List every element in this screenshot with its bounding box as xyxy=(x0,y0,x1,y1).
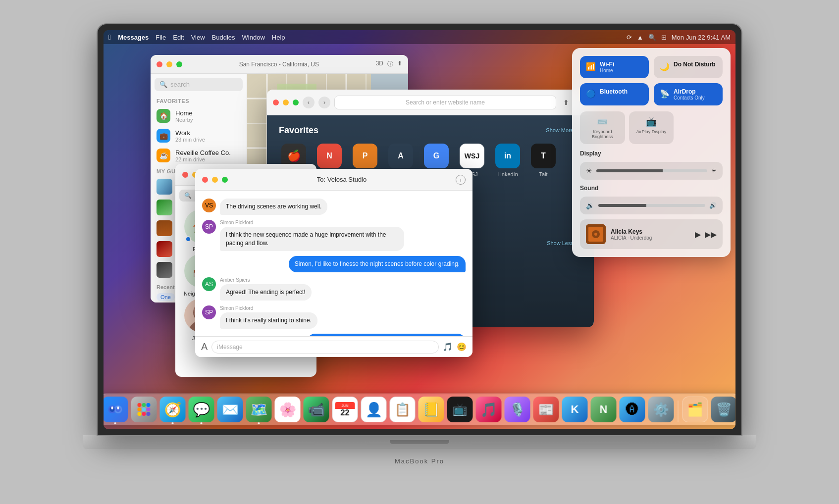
dock-finder[interactable] xyxy=(104,397,128,422)
cc-play-btn[interactable]: ▶ xyxy=(695,230,701,239)
dock-mail[interactable]: ✉️ xyxy=(217,397,243,422)
messages-audio-btn[interactable]: 🎵 xyxy=(443,342,453,352)
maps-coffee-item[interactable]: ☕ Reveille Coffee Co. 22 min drive xyxy=(151,146,247,165)
dock-facetime[interactable]: 📹 xyxy=(304,397,329,422)
dock-calendar[interactable]: JUN 22 xyxy=(332,397,358,422)
maps-recent-one[interactable]: One xyxy=(157,293,175,301)
dock-keynote[interactable]: K xyxy=(562,397,588,422)
maps-info-btn[interactable]: ⓘ xyxy=(387,60,393,68)
keynote-icon: K xyxy=(571,403,579,416)
msg-avatar-5: SP xyxy=(202,305,216,319)
cc-wifi-tile[interactable]: 📶 Wi-Fi Home xyxy=(580,56,649,78)
wifi-menubar-icon[interactable]: ⟳ xyxy=(627,34,632,41)
calendar-icon-content: JUN 22 xyxy=(335,402,355,417)
cc-dnd-tile[interactable]: 🌙 Do Not Disturb xyxy=(654,56,723,78)
dock-photos[interactable]: 🌸 xyxy=(275,397,301,422)
maps-3d-btn[interactable]: 3D xyxy=(376,60,383,68)
maps-search-bar[interactable]: 🔍 search xyxy=(155,78,243,91)
apple-menu[interactable]:  xyxy=(108,33,111,41)
messages-apps-btn[interactable]: A xyxy=(201,341,208,353)
maximize-button[interactable] xyxy=(176,61,182,67)
dock-appletv[interactable]: 📺 xyxy=(447,397,473,422)
maps-share-btn[interactable]: ⬆ xyxy=(397,60,402,68)
macbook-base xyxy=(83,435,756,449)
menubar-app-name[interactable]: Messages xyxy=(118,34,149,41)
dock-desktop-folder[interactable]: 🗂️ xyxy=(682,397,708,422)
cc-display-slider-row[interactable]: ☀ ☀ xyxy=(580,162,723,180)
cc-np-song: Underdog xyxy=(630,235,652,241)
wifi-signal-icon[interactable]: ▲ xyxy=(637,34,643,41)
cc-keyboard-brightness-tile[interactable]: ⌨️ Keyboard Brightness xyxy=(580,111,625,144)
menubar-window[interactable]: Window xyxy=(242,34,265,41)
minimize-button[interactable] xyxy=(166,61,172,67)
svg-point-51 xyxy=(147,407,151,411)
messages-minimize-btn[interactable] xyxy=(212,177,218,183)
close-button[interactable] xyxy=(157,61,162,67)
safari-minimize-btn[interactable] xyxy=(283,100,289,105)
cc-next-btn[interactable]: ▶▶ xyxy=(705,230,717,239)
dock-launchpad[interactable] xyxy=(131,397,157,422)
dock-messages[interactable]: 💬 xyxy=(189,397,214,422)
search-menubar-icon[interactable]: 🔍 xyxy=(648,34,656,41)
menubar-file[interactable]: File xyxy=(156,34,166,41)
messages-info-btn[interactable]: i xyxy=(456,175,466,185)
dock-appstore[interactable]: 🅐 xyxy=(620,397,645,422)
maps-toolbar: 3D ⓘ ⬆ xyxy=(376,60,402,68)
dock-notes[interactable]: 📒 xyxy=(419,397,444,422)
dock-trash[interactable]: 🗑️ xyxy=(711,397,736,422)
cc-dnd-text: Do Not Disturb xyxy=(674,61,716,68)
menubar-view[interactable]: View xyxy=(191,34,205,41)
msg-row-3: Simon, I'd like to finesse the night sce… xyxy=(202,256,466,272)
safari-maximize-btn[interactable] xyxy=(293,100,299,105)
dock-contacts[interactable]: 👤 xyxy=(361,397,387,422)
contacts-close-btn[interactable] xyxy=(182,172,188,178)
dock-numbers[interactable]: N xyxy=(591,397,617,422)
control-center-panel[interactable]: 📶 Wi-Fi Home 🌙 Do Not Disturb xyxy=(572,48,731,257)
dock-safari[interactable]: 🧭 xyxy=(160,397,186,422)
safari-share-btn[interactable]: ⬆ xyxy=(560,97,572,108)
safari-fav-tait[interactable]: T Tait xyxy=(528,144,558,183)
dock-maps[interactable]: 🗺️ xyxy=(246,397,272,422)
cc-sound-slider-row[interactable]: 🔉 🔊 xyxy=(580,197,723,214)
macbook:  Messages File Edit View Buddies Window… xyxy=(73,24,766,480)
maps-home-item[interactable]: 🏠 Home Nearby xyxy=(151,106,247,126)
safari-forward-btn[interactable]: › xyxy=(318,97,330,108)
messages-emoji-btn[interactable]: 😊 xyxy=(457,342,467,352)
cc-airplay-tile[interactable]: 📺 AirPlay Display xyxy=(629,111,674,144)
messages-maximize-btn[interactable] xyxy=(222,177,228,183)
svg-point-53 xyxy=(142,412,146,416)
photos-icon: 🌸 xyxy=(279,402,296,418)
safari-fav-linkedin[interactable]: in LinkedIn xyxy=(493,144,523,183)
cc-wifi-text: Wi-Fi Home xyxy=(600,61,614,73)
maps-guide-parks-img xyxy=(157,200,172,215)
msg-bubble-5: I think it's really starting to shine. xyxy=(220,312,317,329)
safari-address-bar[interactable]: Search or enter website name xyxy=(334,96,556,109)
album-art-svg xyxy=(586,224,606,244)
menubar-edit[interactable]: Edit xyxy=(173,34,184,41)
messages-imessage-field[interactable]: iMessage xyxy=(211,341,439,353)
dock-sysprefs[interactable]: ⚙️ xyxy=(648,397,674,422)
cc-sound-slider[interactable] xyxy=(598,204,705,207)
menubar-help[interactable]: Help xyxy=(272,34,285,41)
maps-work-item[interactable]: 💼 Work 23 min drive xyxy=(151,126,247,146)
cc-airdrop-tile[interactable]: 📡 AirDrop Contacts Only xyxy=(654,83,723,105)
trash-icon: 🗑️ xyxy=(716,402,732,417)
maps-home-sub: Nearby xyxy=(175,117,193,123)
msg-avatar-1: VS xyxy=(202,199,216,212)
dock-reminders[interactable]: 📋 xyxy=(390,397,416,422)
safari-close-btn[interactable] xyxy=(273,100,279,105)
menubar:  Messages File Edit View Buddies Window… xyxy=(104,30,735,44)
dock-news[interactable]: 📰 xyxy=(533,397,559,422)
cc-bluetooth-tile[interactable]: 🔵 Bluetooth xyxy=(580,83,649,105)
cc-np-song-info: ALICIA · Underdog xyxy=(611,235,690,241)
launchpad-icon xyxy=(136,401,153,418)
cc-display-slider[interactable] xyxy=(596,169,707,172)
messages-close-btn[interactable] xyxy=(202,177,208,183)
menubar-buddies[interactable]: Buddies xyxy=(212,34,235,41)
maps-title: San Francisco - California, US xyxy=(186,61,372,68)
messages-window[interactable]: To: Velosa Studio i VS The driving scene… xyxy=(195,169,472,357)
dock-music[interactable]: 🎵 xyxy=(476,397,502,422)
safari-back-btn[interactable]: ‹ xyxy=(303,97,315,108)
control-center-icon[interactable]: ⊞ xyxy=(661,34,667,41)
dock-podcasts[interactable]: 🎙️ xyxy=(505,397,530,422)
